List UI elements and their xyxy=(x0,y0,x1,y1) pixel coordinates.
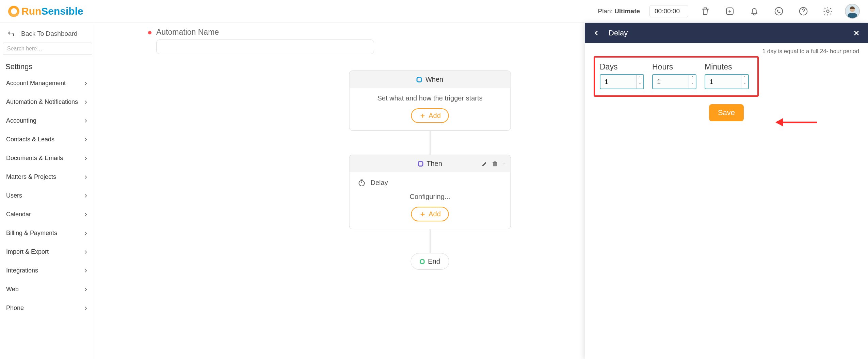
chevron-right-icon xyxy=(83,212,89,218)
hours-spinner[interactable]: ˄ ˅ xyxy=(652,74,696,89)
minutes-down-button[interactable]: ˅ xyxy=(741,82,748,89)
minutes-spinner[interactable]: ˄ ˅ xyxy=(705,74,749,89)
minutes-input[interactable] xyxy=(705,75,741,89)
when-body-text: Set what and how the trigger starts xyxy=(377,94,482,102)
brand-part1: Run xyxy=(21,5,41,17)
flow: When Set what and how the trigger starts… xyxy=(349,71,511,270)
automation-name-input[interactable] xyxy=(156,40,374,54)
sidebar-item-label: Web xyxy=(6,286,19,293)
connector-line xyxy=(430,229,430,253)
help-icon[interactable] xyxy=(796,4,811,19)
edit-icon[interactable] xyxy=(481,160,488,167)
then-action-label: Delay xyxy=(371,179,388,187)
back-to-dashboard[interactable]: Back To Dashboard xyxy=(0,23,95,43)
sidebar-item-label: Phone xyxy=(6,305,24,312)
sidebar-item-phone[interactable]: Phone xyxy=(0,299,95,317)
chevron-right-icon xyxy=(83,230,89,236)
then-add-button[interactable]: Add xyxy=(411,207,449,221)
sidebar-item-documents-emails[interactable]: Documents & Emails xyxy=(0,149,95,168)
avatar[interactable] xyxy=(845,4,860,19)
sidebar-item-accounting[interactable]: Accounting xyxy=(0,111,95,130)
sidebar-item-automation-notifications[interactable]: Automation & Notifications xyxy=(0,93,95,111)
phone-icon[interactable] xyxy=(771,4,786,19)
bell-icon[interactable] xyxy=(747,4,762,19)
end-title: End xyxy=(428,257,440,265)
chevron-right-icon xyxy=(83,174,89,180)
when-card-head: When xyxy=(350,71,511,88)
timer-widget[interactable]: 00:00:00 xyxy=(649,5,688,17)
sidebar-item-import-export[interactable]: Import & Export xyxy=(0,243,95,261)
hours-down-button[interactable]: ˅ xyxy=(689,82,696,89)
delete-icon[interactable] xyxy=(492,160,498,167)
delay-inputs-highlight: Days ˄ ˅ Hours ˄ ˅ xyxy=(594,56,759,97)
close-icon[interactable] xyxy=(852,29,861,37)
panel-hint: 1 day is equal to a full 24- hour period xyxy=(594,48,859,55)
chevron-right-icon xyxy=(83,193,89,199)
back-arrow-icon xyxy=(7,30,15,38)
add-plus-icon[interactable] xyxy=(722,4,737,19)
plan-label: Plan: Ultimate xyxy=(598,7,640,15)
end-node: End xyxy=(411,253,449,270)
sidebar-item-label: Account Management xyxy=(6,80,66,87)
chevron-right-icon xyxy=(83,155,89,161)
sidebar-item-users[interactable]: Users xyxy=(0,186,95,205)
then-title: Then xyxy=(427,160,442,168)
then-action-row[interactable]: Delay xyxy=(356,178,504,187)
sidebar-item-label: Matters & Projects xyxy=(6,173,56,181)
chevron-right-icon xyxy=(83,286,89,293)
days-down-button[interactable]: ˅ xyxy=(637,82,643,89)
when-add-label: Add xyxy=(429,112,441,120)
sidebar-item-label: Calendar xyxy=(6,211,31,218)
delay-panel: Delay 1 day is equal to a full 24- hour … xyxy=(585,23,868,359)
hours-input[interactable] xyxy=(653,75,689,89)
sidebar-item-calendar[interactable]: Calendar xyxy=(0,205,95,224)
hours-label: Hours xyxy=(652,62,696,72)
then-shape-icon xyxy=(418,161,423,167)
svg-point-4 xyxy=(826,10,829,13)
sidebar-item-label: Users xyxy=(6,192,22,199)
sidebar-item-integrations[interactable]: Integrations xyxy=(0,261,95,280)
gear-icon[interactable] xyxy=(820,4,835,19)
sidebar-item-matters-projects[interactable]: Matters & Projects xyxy=(0,168,95,186)
hours-up-button[interactable]: ˄ xyxy=(689,75,696,82)
sidebar-item-label: Billing & Payments xyxy=(6,230,57,237)
automation-name-label: Automation Name xyxy=(156,28,374,37)
when-shape-icon xyxy=(417,77,422,82)
then-add-label: Add xyxy=(429,210,441,218)
days-spinner[interactable]: ˄ ˅ xyxy=(600,74,644,89)
callout-arrow-icon xyxy=(775,118,817,126)
back-label: Back To Dashboard xyxy=(21,30,77,37)
chevron-right-icon xyxy=(83,268,89,274)
days-label: Days xyxy=(600,62,644,72)
connector-line xyxy=(430,131,430,155)
search-input[interactable] xyxy=(3,43,92,55)
stopwatch-icon xyxy=(358,178,366,187)
chevron-right-icon xyxy=(83,118,89,124)
when-add-button[interactable]: Add xyxy=(411,108,449,123)
days-column: Days ˄ ˅ xyxy=(600,62,644,89)
save-button[interactable]: Save xyxy=(709,104,744,121)
sidebar-item-billing-payments[interactable]: Billing & Payments xyxy=(0,224,95,243)
minutes-up-button[interactable]: ˄ xyxy=(741,75,748,82)
sidebar-item-label: Automation & Notifications xyxy=(6,98,78,106)
sidebar-item-contacts-leads[interactable]: Contacts & Leads xyxy=(0,130,95,149)
back-chevron-icon[interactable] xyxy=(592,29,600,37)
brand-logo[interactable]: RunSensible xyxy=(8,5,83,17)
app-header: RunSensible Plan: Ultimate 00:00:00 xyxy=(0,0,868,23)
sidebar: Back To Dashboard Settings Account Manag… xyxy=(0,23,95,359)
sidebar-item-label: Import & Export xyxy=(6,248,49,255)
svg-rect-6 xyxy=(848,13,857,18)
trash-icon[interactable] xyxy=(698,4,713,19)
chevron-down-icon[interactable] xyxy=(502,161,507,166)
days-input[interactable] xyxy=(600,75,636,89)
panel-head: Delay xyxy=(585,23,868,43)
plus-icon xyxy=(419,211,426,218)
then-card-head: Then xyxy=(350,155,511,172)
plan-name: Ultimate xyxy=(614,7,640,15)
panel-title: Delay xyxy=(609,29,628,37)
days-up-button[interactable]: ˄ xyxy=(637,75,643,82)
sidebar-item-account-management[interactable]: Account Management xyxy=(0,74,95,93)
sidebar-item-web[interactable]: Web xyxy=(0,280,95,299)
brand-part2: Sensible xyxy=(41,5,83,17)
svg-point-2 xyxy=(775,7,783,15)
